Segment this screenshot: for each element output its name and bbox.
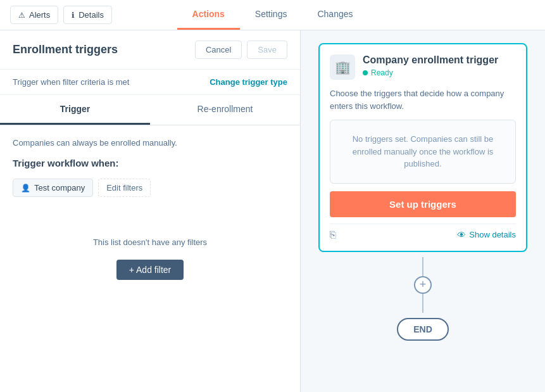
info-icon: ℹ (72, 11, 75, 20)
top-nav: ⚠ Alerts ℹ Details Actions Settings Chan… (0, 0, 545, 30)
setup-triggers-button[interactable]: Set up triggers (330, 191, 516, 217)
card-footer: ⎘ 👁 Show details (330, 224, 516, 241)
show-details-label: Show details (469, 230, 516, 239)
trigger-card: 🏢 Company enrollment trigger Ready Choos… (318, 43, 527, 252)
details-label: Details (78, 10, 104, 20)
no-triggers-inner-text: No triggers set. Companies can still be … (343, 133, 503, 170)
plus-icon: + (420, 278, 427, 291)
no-triggers-box: No triggers set. Companies can still be … (330, 120, 516, 184)
card-icon-box: 🏢 (330, 54, 355, 80)
show-details-link[interactable]: 👁 Show details (457, 230, 516, 240)
company-chip-label: Test company (34, 183, 85, 193)
connector-line-2 (422, 294, 423, 313)
panel-title: Enrollment triggers (13, 43, 118, 56)
alerts-label: Alerts (29, 10, 50, 20)
card-title: Company enrollment trigger (363, 54, 516, 66)
details-button[interactable]: ℹ Details (63, 6, 112, 24)
right-panel: 🏢 Company enrollment trigger Ready Choos… (301, 30, 545, 392)
filter-chips: 👤 Test company Edit filters (13, 179, 287, 197)
person-icon: 👤 (21, 184, 30, 193)
end-node: END (397, 318, 449, 341)
alerts-button[interactable]: ⚠ Alerts (10, 6, 58, 24)
card-header: 🏢 Company enrollment trigger Ready (330, 54, 516, 80)
main-area: Enrollment triggers Cancel Save Trigger … (0, 30, 545, 392)
change-trigger-link[interactable]: Change trigger type (210, 77, 287, 87)
eye-icon: 👁 (457, 230, 466, 240)
tab-actions[interactable]: Actions (177, 0, 240, 30)
trigger-when-label: Trigger workflow when: (13, 158, 287, 168)
top-nav-left: ⚠ Alerts ℹ Details (10, 6, 177, 24)
tab-settings[interactable]: Settings (240, 0, 303, 30)
connector-line (422, 257, 423, 276)
manual-enroll-text: Companies can always be enrolled manuall… (13, 138, 287, 148)
trigger-type-row: Trigger when filter criteria is met Chan… (0, 70, 300, 95)
panel-body: Companies can always be enrolled manuall… (0, 125, 300, 392)
tab-reenrollment[interactable]: Re-enrollment (150, 95, 300, 125)
alert-icon: ⚠ (18, 11, 25, 20)
inner-tabs: Trigger Re-enrollment (0, 95, 300, 125)
panel-actions: Cancel Save (195, 41, 287, 59)
panel-header: Enrollment triggers Cancel Save (0, 30, 300, 70)
add-step-button[interactable]: + (414, 276, 432, 294)
status-label: Ready (371, 68, 393, 77)
no-filters-text: This list doesn't have any filters (93, 237, 207, 247)
card-description: Choose the triggers that decide how a co… (330, 87, 516, 112)
cancel-button[interactable]: Cancel (195, 41, 242, 59)
edit-filters-label: Edit filters (106, 183, 142, 193)
save-button[interactable]: Save (247, 41, 287, 59)
company-building-icon: 🏢 (335, 60, 351, 75)
left-panel: Enrollment triggers Cancel Save Trigger … (0, 30, 301, 392)
company-chip[interactable]: 👤 Test company (13, 179, 93, 197)
tab-changes[interactable]: Changes (302, 0, 368, 30)
card-status: Ready (363, 68, 516, 77)
copy-icon[interactable]: ⎘ (330, 229, 336, 241)
edit-filters-chip[interactable]: Edit filters (98, 179, 151, 197)
top-nav-tabs: Actions Settings Changes (177, 0, 368, 30)
workflow-connector: + END (397, 257, 449, 341)
trigger-type-text: Trigger when filter criteria is met (13, 77, 129, 87)
card-title-section: Company enrollment trigger Ready (363, 54, 516, 77)
tab-trigger[interactable]: Trigger (0, 95, 150, 125)
add-filter-button[interactable]: + Add filter (116, 260, 184, 280)
status-dot (363, 70, 368, 75)
no-filters-section: This list doesn't have any filters + Add… (13, 212, 287, 293)
